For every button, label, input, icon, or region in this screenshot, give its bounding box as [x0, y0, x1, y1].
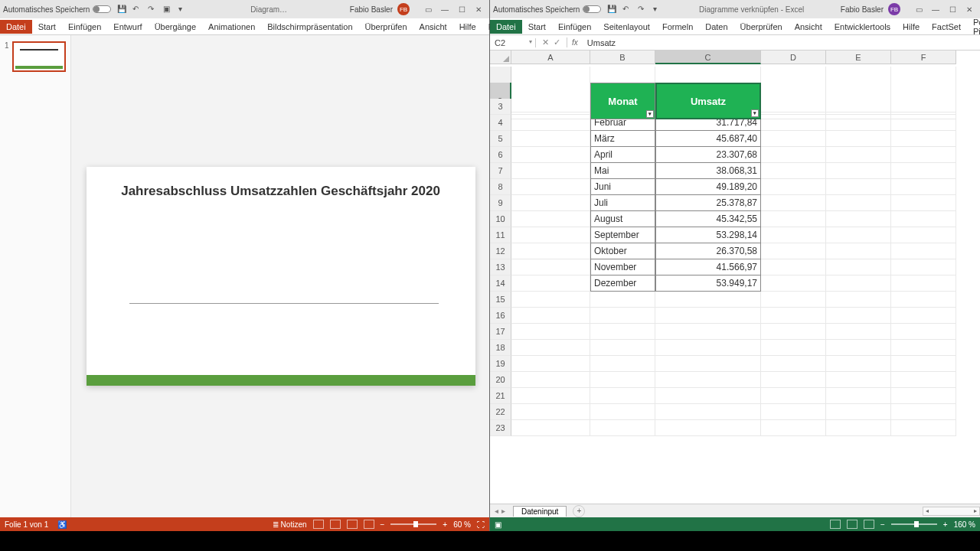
slideshow-view-icon[interactable] [364, 520, 374, 529]
cell[interactable] [826, 420, 891, 436]
xls-user-badge[interactable]: FB [888, 3, 900, 15]
row-header-14[interactable]: 14 [490, 276, 511, 292]
cell[interactable] [826, 195, 891, 211]
row-header-21[interactable]: 21 [490, 388, 511, 404]
cell-umsatz[interactable]: 45.342,55 [655, 211, 761, 227]
cell[interactable] [511, 195, 590, 211]
cell[interactable] [891, 179, 956, 195]
zoom-in-icon[interactable]: + [943, 520, 948, 529]
cell[interactable] [891, 276, 956, 292]
table-header-monat[interactable]: Monat▾ [590, 83, 655, 119]
cell[interactable] [590, 356, 655, 372]
record-macro-icon[interactable]: ▣ [495, 520, 501, 529]
qat-more-icon[interactable]: ▾ [178, 5, 188, 14]
cell[interactable] [511, 259, 590, 276]
cell[interactable] [891, 420, 956, 436]
cell-umsatz[interactable]: 26.370,58 [655, 243, 761, 259]
maximize-icon[interactable]: ☐ [454, 4, 469, 15]
row-header-17[interactable]: 17 [490, 324, 511, 340]
cell[interactable] [511, 420, 590, 436]
filter-icon[interactable]: ▾ [646, 110, 654, 118]
row-header-6[interactable]: 6 [490, 147, 511, 163]
cell[interactable] [761, 195, 826, 211]
tab-daten[interactable]: Daten [699, 20, 733, 34]
cell[interactable] [590, 324, 655, 340]
undo-icon[interactable]: ↶ [132, 5, 142, 14]
cell[interactable] [891, 115, 956, 131]
cell[interactable] [891, 243, 956, 259]
cell[interactable] [891, 356, 956, 372]
cell-month[interactable]: Juli [590, 195, 655, 211]
cell[interactable] [761, 308, 826, 324]
row-header-7[interactable]: 7 [490, 163, 511, 179]
cell-umsatz[interactable]: 38.068,31 [655, 163, 761, 179]
sheet-tab-dateninput[interactable]: Dateninput [513, 506, 567, 517]
cell[interactable] [590, 308, 655, 324]
zoom-slider[interactable] [390, 523, 436, 525]
row-header-15[interactable]: 15 [490, 292, 511, 308]
cell[interactable] [826, 131, 891, 147]
tab-scroll-left-icon[interactable]: ◂ [495, 507, 498, 515]
cell[interactable] [655, 324, 761, 340]
cell[interactable] [655, 308, 761, 324]
select-all-corner[interactable] [490, 51, 511, 64]
tab-hilfe[interactable]: Hilfe [897, 20, 926, 34]
tab-factset[interactable]: FactSet [926, 20, 967, 34]
cell[interactable] [511, 372, 590, 388]
cell[interactable] [891, 259, 956, 276]
slide[interactable]: Jahresabschluss Umsatzzahlen Geschäftsja… [87, 167, 475, 386]
cell-month[interactable]: Oktober [590, 243, 655, 259]
cell[interactable] [761, 388, 826, 404]
row-header-11[interactable]: 11 [490, 227, 511, 243]
cell-month[interactable]: Juni [590, 179, 655, 195]
cell-month[interactable]: Dezember [590, 276, 655, 292]
cell[interactable] [655, 356, 761, 372]
tab-powerpivot[interactable]: Power Pivot [967, 15, 980, 38]
cell-month[interactable]: März [590, 131, 655, 147]
col-header-C[interactable]: C [655, 51, 761, 64]
row-header-13[interactable]: 13 [490, 259, 511, 276]
cell[interactable] [655, 340, 761, 356]
cell[interactable] [761, 243, 826, 259]
add-sheet-button[interactable]: + [573, 505, 585, 517]
cell-umsatz[interactable]: 45.687,40 [655, 131, 761, 147]
redo-icon[interactable]: ↷ [148, 5, 157, 14]
cell[interactable] [511, 404, 590, 420]
close-icon[interactable]: ✕ [962, 4, 977, 15]
accept-formula-icon[interactable]: ✓ [554, 37, 560, 47]
cell-umsatz[interactable]: 49.189,20 [655, 179, 761, 195]
cell[interactable] [511, 163, 590, 179]
cell[interactable] [891, 292, 956, 308]
pagebreak-view-icon[interactable] [864, 520, 874, 529]
cell[interactable] [826, 356, 891, 372]
normal-view-icon[interactable] [313, 520, 324, 529]
cell-umsatz[interactable]: 23.307,68 [655, 147, 761, 163]
minimize-icon[interactable]: — [437, 4, 452, 15]
row-header-22[interactable]: 22 [490, 404, 511, 420]
cell[interactable] [511, 324, 590, 340]
zoom-level[interactable]: 160 % [954, 520, 975, 529]
cell[interactable] [761, 356, 826, 372]
cell[interactable] [761, 115, 826, 131]
tab-start[interactable]: Start [522, 20, 552, 34]
cell[interactable] [891, 163, 956, 179]
undo-icon[interactable]: ↶ [622, 5, 632, 14]
row-header-4[interactable]: 4 [490, 115, 511, 131]
row-header-19[interactable]: 19 [490, 356, 511, 372]
cell[interactable] [891, 195, 956, 211]
col-header-D[interactable]: D [761, 51, 826, 64]
row-header-8[interactable]: 8 [490, 179, 511, 195]
tab-formeln[interactable]: Formeln [656, 20, 699, 34]
slide-canvas[interactable]: Jahresabschluss Umsatzzahlen Geschäftsja… [71, 35, 491, 517]
row-header-12[interactable]: 12 [490, 243, 511, 259]
cell[interactable] [826, 115, 891, 131]
cell[interactable] [761, 404, 826, 420]
cell[interactable] [761, 340, 826, 356]
cell[interactable] [761, 163, 826, 179]
tab-datei[interactable]: Datei [0, 20, 32, 34]
cell[interactable] [655, 372, 761, 388]
cell[interactable] [826, 243, 891, 259]
cell-month[interactable]: Mai [590, 163, 655, 179]
accessibility-icon[interactable]: ♿ [57, 520, 67, 529]
cancel-formula-icon[interactable]: ✕ [542, 37, 549, 47]
